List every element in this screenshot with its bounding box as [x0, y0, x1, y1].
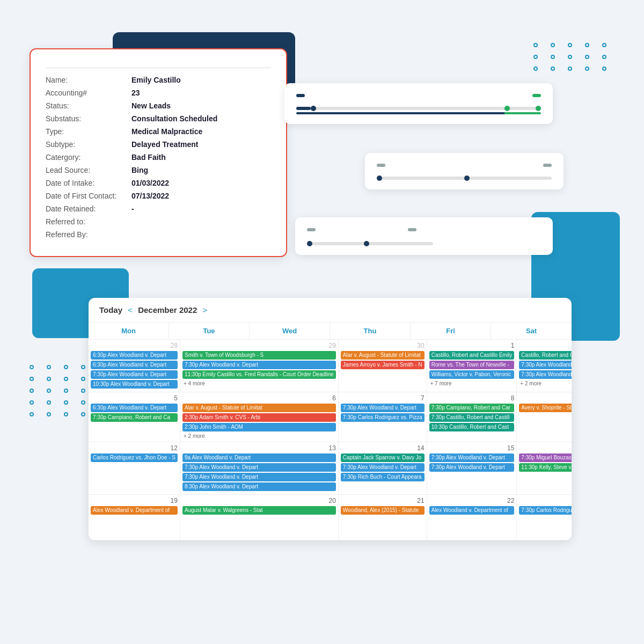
calendar-event[interactable]: 9a Alex Woodland v. Depart [182, 453, 336, 462]
dot [533, 55, 538, 59]
profile-field-label: Type: [46, 127, 131, 136]
calendar-event[interactable]: 7:30p Carlos Rodriguez vs. Pizza [341, 413, 425, 422]
profile-row: Catergory:Bad Faith [46, 153, 271, 162]
cal-col-header: Tue [169, 323, 250, 340]
calendar-event[interactable]: 2:30p Adam Smith v. CVS - Arbi [182, 413, 336, 422]
calendar-cell: 56:30p Alex Woodland v. Depart7:30p Camp… [89, 392, 180, 442]
cal-date: 22 [429, 497, 515, 504]
profile-row: Date of First Contact:07/13/2022 [46, 192, 271, 200]
calendar-cell: 237:30p Carlos Rodriguez vs. Pizza [517, 495, 572, 540]
calendar-event[interactable]: Alar v. August - Statute of Limitat [341, 351, 425, 360]
calendar-event[interactable]: Avery v. Shoprite - Statute of Lim [519, 404, 572, 412]
calendar-event[interactable]: Alex Woodland v. Department of [91, 506, 178, 515]
cal-date: 5 [91, 394, 178, 402]
calendar-cell: 12Carlos Rodriguez vs. Jhon Doe - S [89, 442, 180, 495]
nav-next-arrow[interactable]: > [202, 305, 207, 314]
cal-date: 23 [519, 497, 572, 504]
profile-field-label: Referred By: [46, 230, 131, 239]
calendar-event[interactable]: 8:30p Alex Woodland v. Depart [182, 482, 336, 491]
profile-field-value: 23 [131, 89, 140, 97]
calendar-event[interactable]: 7:30p Alex Woodland v. Depart [519, 361, 572, 369]
more-events[interactable]: + 4 more [182, 380, 336, 387]
calendar-month: December 2022 [138, 305, 197, 314]
calendar-event[interactable]: 7:30p Alex Woodland v. Depart [429, 463, 515, 472]
calendar-event[interactable]: 7:30p Rich Buch - Court Appeara [341, 473, 425, 481]
cal-date: 9 [519, 394, 572, 402]
calendar-event[interactable]: 7:30p Alex Woodland v. Depart [182, 463, 336, 472]
calendar-event[interactable]: 7:30p Alex Woodland v. Depart [182, 473, 336, 481]
calendar-event[interactable]: Smith v. Town of Woodsburgh - S [182, 351, 336, 360]
calendar-event[interactable]: 7:30p Alex Woodland v. Depart [341, 404, 425, 412]
calendar-event[interactable]: 7:30p Castillo, Robert and Castill [429, 413, 515, 422]
calendar-event[interactable]: 7:30p Campiano, Robert and Ca [91, 413, 178, 422]
calendar-event[interactable]: Rome vs. The Town of Newville - [429, 361, 515, 369]
calendar-event[interactable]: 6:30p Alex Woodland v. Depart [91, 351, 178, 360]
cal-date: 13 [182, 444, 336, 452]
profile-row: Substatus:Consultation Scheduled [46, 114, 271, 123]
calendar-event[interactable]: Woodland, Alex (2015) - Statute [341, 506, 425, 515]
calendar-event[interactable]: Castillo, Robert and Castillo Emily [429, 351, 515, 360]
calendar-event[interactable]: 6:30p Alex Woodland v. Depart [91, 361, 178, 369]
profile-field-value: Bing [131, 166, 148, 174]
calendar-event[interactable]: 7:30p Alex Woodland v. Depart [519, 370, 572, 379]
dot [47, 377, 51, 381]
dot [47, 400, 51, 405]
cal-col-header: Fri [411, 323, 491, 340]
calendar-event[interactable]: Castillo, Robert and Castillo Emily [519, 351, 572, 360]
calendar-cell: 14Captain Jack Sparrow v. Davy Jo7:30p A… [339, 442, 427, 495]
calendar-event[interactable]: Captain Jack Sparrow v. Davy Jo [341, 453, 425, 462]
calendar-event[interactable]: 2:30p John Smith - AOM [182, 423, 336, 431]
more-events[interactable]: + 2 more [182, 433, 336, 440]
dot [585, 43, 589, 47]
cal-date: 12 [91, 444, 178, 452]
timeline-card-2 [365, 153, 564, 189]
calendar-event[interactable]: 7:30p Campiano, Robert and Car [429, 404, 515, 412]
dot [533, 43, 538, 47]
calendar-event[interactable]: 11:30p Kelly, Steve v. CVS Corporation a… [519, 463, 572, 472]
more-events[interactable]: + 7 more [429, 380, 515, 387]
calendar-cell: 139a Alex Woodland v. Depart7:30p Alex W… [180, 442, 339, 495]
dot [64, 389, 68, 393]
calendar-event[interactable]: Alar v. August - Statute of Limitat [182, 404, 336, 412]
dot [551, 67, 555, 71]
calendar-cell: 167:30p Miguel Bouzas - EEOC He11:30p Ke… [517, 442, 572, 495]
calendar-event[interactable]: Alex Woodland v. Department of [429, 506, 515, 515]
calendar-card: Today < December 2022 > MonTueWedThuFriS… [89, 298, 572, 540]
tl1-left-badge [296, 94, 305, 97]
nav-prev-arrow[interactable]: < [128, 305, 133, 314]
cal-date: 19 [91, 497, 178, 504]
cal-date: 2 [519, 342, 572, 349]
profile-field-label: Substatus: [46, 114, 131, 123]
tl1-right-badge [532, 94, 541, 97]
calendar-event[interactable]: 10:30p Castillo, Robert and Cast [429, 423, 515, 431]
calendar-event[interactable]: 6:30p Alex Woodland v. Depart [91, 404, 178, 412]
more-events[interactable]: + 2 more [519, 380, 572, 387]
cal-date: 7 [341, 394, 425, 402]
calendar-event[interactable]: 10:30p Alex Woodland v. Depart [91, 380, 178, 389]
calendar-event[interactable]: 7:30p Alex Woodland v. Depart [341, 463, 425, 472]
calendar-event[interactable]: 7:30p Alex Woodland v. Depart [429, 453, 515, 462]
calendar-event[interactable]: James Arroyo v. James Smith - N [341, 361, 425, 369]
calendar-event[interactable]: 7:30p Alex Woodland v. Depart [91, 370, 178, 379]
profile-field-label: Catergory: [46, 153, 131, 162]
calendar-event[interactable]: 7:30p Miguel Bouzas - EEOC He [519, 453, 572, 462]
calendar-cell: 29Smith v. Town of Woodsburgh - S7:30p A… [180, 340, 339, 392]
calendar-event[interactable]: 7:30p Carlos Rodriguez vs. Pizza [519, 506, 572, 515]
cal-date: 28 [91, 342, 178, 349]
calendar-event[interactable]: Williams, Victor v. Pabon, Veronic [429, 370, 515, 379]
profile-field-label: Subtype: [46, 140, 131, 149]
calendar-today[interactable]: Today [99, 305, 122, 314]
profile-field-label: Accounting# [46, 89, 131, 97]
cal-date: 8 [429, 394, 515, 402]
calendar-event[interactable]: August Malar v. Walgreens - Stat [182, 506, 336, 515]
timeline-card-3 [295, 217, 553, 255]
calendar-event[interactable]: 7:30p Alex Woodland v. Depart [182, 361, 336, 369]
profile-field-label: Referred to: [46, 217, 131, 226]
dot [64, 377, 68, 381]
profile-row: Referred to: [46, 217, 271, 226]
cal-date: 1 [429, 342, 515, 349]
calendar-event[interactable]: 11:30p Emily Castillo vs. Fred Randalls … [182, 370, 336, 379]
calendar-event[interactable]: Carlos Rodriguez vs. Jhon Doe - S [91, 453, 178, 462]
cal-col-header: Mon [89, 323, 169, 340]
dot [533, 67, 538, 71]
